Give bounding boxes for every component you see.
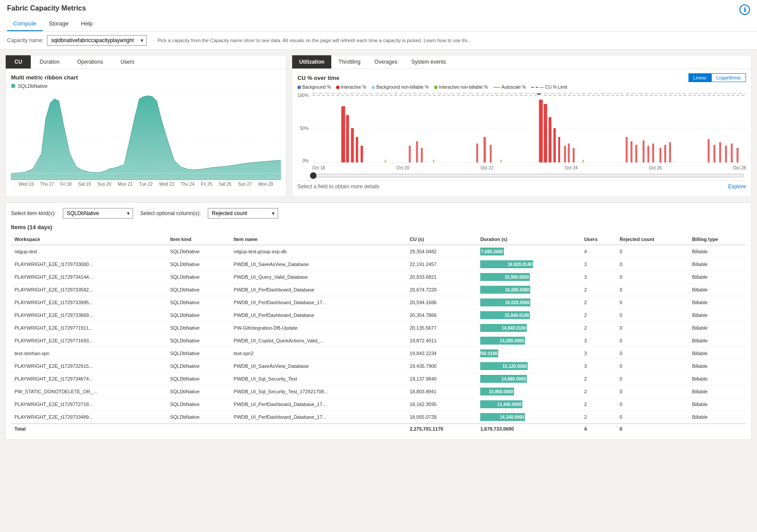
- cell-billing: Billable: [688, 258, 746, 271]
- cell-billing: Billable: [688, 411, 746, 424]
- cell-workspace: nitgup-test: [11, 245, 167, 258]
- svg-rect-16: [483, 137, 485, 162]
- col-rejected[interactable]: Rejected count: [616, 234, 688, 245]
- app-header: Fabric Capacity Metrics ℹ Compute Storag…: [0, 0, 757, 32]
- cell-duration: 15,120.0060: [477, 360, 580, 373]
- svg-rect-25: [572, 148, 574, 162]
- tab-users[interactable]: Users: [112, 55, 143, 68]
- kind-select[interactable]: SQLDbNative: [63, 208, 133, 219]
- col-select-wrapper[interactable]: Rejected count: [208, 208, 278, 219]
- svg-rect-28: [635, 145, 637, 162]
- svg-rect-20: [548, 117, 551, 162]
- main-content: CU Duration Operations Users Multi metri…: [0, 50, 757, 445]
- col-billing[interactable]: Billing type: [688, 234, 746, 245]
- nav-tab-storage[interactable]: Storage: [43, 18, 75, 31]
- cell-rejected: 0: [616, 296, 688, 309]
- cell-users: 3: [580, 360, 616, 373]
- svg-rect-42: [433, 160, 434, 162]
- col-item-kind[interactable]: Item kind: [167, 234, 230, 245]
- info-icon[interactable]: ℹ: [739, 4, 750, 15]
- tab-operations[interactable]: Operations: [69, 55, 112, 68]
- cell-billing: Billable: [688, 373, 746, 385]
- col-duration[interactable]: Duration (s): [477, 234, 580, 245]
- scale-btn-linear[interactable]: Linear: [688, 73, 712, 82]
- cell-duration: 14,880.0060: [477, 373, 580, 385]
- cell-duration: 10,860.0060: [477, 385, 580, 398]
- left-panel: CU Duration Operations Users Multi metri…: [5, 55, 286, 197]
- cell-users: 2: [580, 385, 616, 398]
- capacity-label: Capacity name:: [7, 37, 43, 43]
- svg-rect-22: [558, 137, 560, 162]
- capacity-select[interactable]: sqldbnativefabriccapacityplaywright: [47, 35, 147, 46]
- svg-rect-38: [725, 146, 727, 162]
- capacity-select-wrapper[interactable]: sqldbnativefabriccapacityplaywright: [47, 35, 147, 46]
- cell-users: 2: [580, 296, 616, 309]
- col-select[interactable]: Rejected count: [208, 208, 278, 219]
- legend-label-int-nonbillable: Interactive non-billable %: [439, 85, 488, 90]
- cell-kind: SQLDbNative: [167, 347, 230, 360]
- cell-kind: SQLDbNative: [167, 258, 230, 271]
- cell-duration: 7,680.2680: [477, 245, 580, 258]
- cell-users: 2: [580, 322, 616, 334]
- table-row: test-strehan-spn SQLDbNative test-spn2 1…: [11, 347, 746, 360]
- tab-duration[interactable]: Duration: [31, 55, 68, 68]
- cell-cu: 19,872.4011: [406, 334, 477, 347]
- x-axis-labels: Wed 16 Thu 17 Fri 18 Sat 19 Sun 20 Mon 2…: [11, 182, 281, 187]
- cell-workspace: PLAYWRIGHT_E2E_t1729734144...: [11, 271, 167, 284]
- nav-tab-compute[interactable]: Compute: [7, 18, 43, 31]
- cell-name: PWDB_UI_PerfDashboard_Database: [230, 309, 406, 322]
- table-row: PLAYWRIGHT_E2E_t1729733995... SQLDbNativ…: [11, 296, 746, 309]
- legend-item-background: Background %: [297, 85, 331, 90]
- legend-line-autoscale: [493, 87, 500, 88]
- tab-overages[interactable]: Overages: [367, 55, 404, 68]
- cell-rejected: 0: [616, 271, 688, 284]
- cell-users: 3: [580, 334, 616, 347]
- cell-duration: 15,840.0140: [477, 309, 580, 322]
- scale-btn-logarithmic[interactable]: Logarithmic: [711, 73, 746, 82]
- table-row: PLAYWRIGHT_E2E_t1729733869... SQLDbNativ…: [11, 309, 746, 322]
- table-body: nitgup-test SQLDbNative nitgup-test-grou…: [11, 245, 746, 424]
- svg-rect-44: [582, 160, 583, 162]
- toolbar: Capacity name: sqldbnativefabriccapacity…: [0, 32, 757, 50]
- cell-name: PWDB_UI_Copilot_QuickActions_Valid_...: [230, 334, 406, 347]
- col-item-name[interactable]: Item name: [230, 234, 406, 245]
- tab-system-events[interactable]: System events: [404, 55, 453, 68]
- col-cu[interactable]: CU (s): [406, 234, 477, 245]
- table-row: PLAYWRIGHT_E2E_t1729733000... SQLDbNativ…: [11, 258, 746, 271]
- cell-users: 2: [580, 309, 616, 322]
- svg-rect-8: [346, 115, 349, 162]
- explore-link[interactable]: Explore: [728, 183, 746, 190]
- cell-kind: SQLDbNative: [167, 411, 230, 424]
- cell-name: PWDB_UI_PerfDashboard_Database: [230, 284, 406, 296]
- svg-rect-14: [420, 148, 422, 162]
- cell-users: 4: [580, 245, 616, 258]
- svg-rect-37: [719, 142, 721, 162]
- svg-rect-36: [713, 145, 715, 162]
- cell-name: PWDB_UI_Query_Valid_Database: [230, 271, 406, 284]
- tab-utilization[interactable]: Utilization: [292, 55, 331, 68]
- svg-rect-34: [669, 142, 670, 162]
- table-row: PLAYWRIGHT_E2E_t1729734144... SQLDbNativ…: [11, 271, 746, 284]
- table-row: PLAYWRIGHT_E2E_t1729772718... SQLDbNativ…: [11, 398, 746, 411]
- total-users: 4: [580, 424, 616, 434]
- cell-billing: Billable: [688, 309, 746, 322]
- cu-title: CU % over time: [297, 75, 339, 81]
- tab-throttling[interactable]: Throttling: [331, 55, 367, 68]
- col-workspace[interactable]: Workspace: [11, 234, 167, 245]
- table-row: PLAYWRIGHT_E2E_t1729771911... SQLDbNativ…: [11, 322, 746, 334]
- cell-name: test-spn2: [230, 347, 406, 360]
- total-billing: [688, 424, 746, 434]
- col-users[interactable]: Users: [580, 234, 616, 245]
- range-slider[interactable]: [310, 172, 744, 179]
- cell-kind: SQLDbNative: [167, 385, 230, 398]
- nav-tab-help[interactable]: Help: [75, 18, 99, 31]
- tab-cu[interactable]: CU: [6, 55, 31, 68]
- cell-rejected: 0: [616, 360, 688, 373]
- svg-point-46: [536, 93, 542, 96]
- cell-cu: 20,674.7220: [406, 284, 477, 296]
- cell-billing: Billable: [688, 245, 746, 258]
- cell-name: nitgup-test-group-exp-db: [230, 245, 406, 258]
- kind-select-wrapper[interactable]: SQLDbNative: [63, 208, 133, 219]
- svg-rect-7: [341, 106, 345, 162]
- cell-rejected: 0: [616, 385, 688, 398]
